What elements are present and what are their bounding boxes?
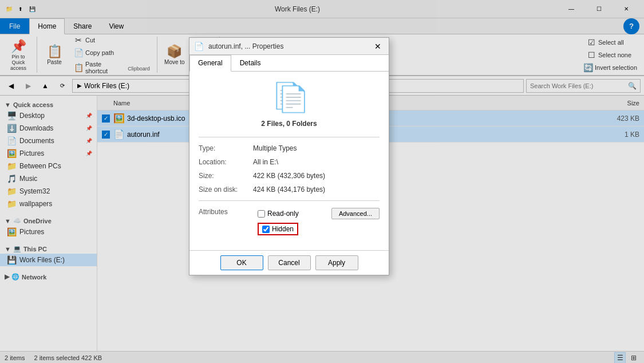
dialog-row-location: Location: All in E:\ xyxy=(199,158,380,166)
readonly-label: Read-only xyxy=(267,210,299,218)
cancel-button[interactable]: Cancel xyxy=(268,255,311,270)
dialog-tabs: General Details xyxy=(189,55,389,72)
dialog-divider-1 xyxy=(199,137,380,137)
location-value: All in E:\ xyxy=(253,158,278,166)
dialog-file-icon: 📄 📄 xyxy=(199,81,380,115)
front-file-icon: 📄 xyxy=(278,84,309,114)
dialog-tab-details[interactable]: Details xyxy=(231,55,270,71)
dialog-footer: OK Cancel Apply xyxy=(189,250,389,275)
size-label: Size: xyxy=(199,172,253,180)
dialog-close-button[interactable]: ✕ xyxy=(372,40,384,53)
hidden-label: Hidden xyxy=(272,225,294,233)
apply-button[interactable]: Apply xyxy=(315,255,358,270)
hidden-checkbox-wrap: Hidden xyxy=(258,223,298,235)
dialog-row-attributes: Attributes Read-only Advanced... Hidden xyxy=(199,208,380,235)
dialog-divider-2 xyxy=(199,200,380,201)
hidden-checkbox[interactable] xyxy=(262,226,270,233)
disk-value: 424 KB (434,176 bytes) xyxy=(253,186,325,194)
dialog-row-size: Size: 422 KB (432,306 bytes) xyxy=(199,172,380,180)
dialog-row-type: Type: Multiple Types xyxy=(199,144,380,152)
attributes-group: Read-only Advanced... Hidden xyxy=(258,208,380,235)
dialog-titlebar: 📄 autorun.inf, ... Properties ✕ xyxy=(189,38,389,55)
hidden-checkbox-row: Hidden xyxy=(258,223,380,235)
type-label: Type: xyxy=(199,144,253,152)
attrs-row: Read-only Advanced... xyxy=(258,208,380,219)
dialog-tab-general[interactable]: General xyxy=(189,55,231,72)
dialog-overlay: 📄 autorun.inf, ... Properties ✕ General … xyxy=(0,0,644,363)
stacked-file-icons: 📄 📄 xyxy=(272,81,306,115)
readonly-checkbox[interactable] xyxy=(258,210,265,218)
dialog-summary: 2 Files, 0 Folders xyxy=(199,120,380,128)
ok-button[interactable]: OK xyxy=(220,255,263,270)
readonly-checkbox-label[interactable]: Read-only xyxy=(258,210,299,218)
dialog-body: 📄 📄 2 Files, 0 Folders Type: Multiple Ty… xyxy=(189,72,389,250)
type-value: Multiple Types xyxy=(253,144,297,152)
disk-label: Size on disk: xyxy=(199,186,253,194)
dialog-row-disk: Size on disk: 424 KB (434,176 bytes) xyxy=(199,186,380,194)
properties-dialog: 📄 autorun.inf, ... Properties ✕ General … xyxy=(189,37,389,275)
advanced-button[interactable]: Advanced... xyxy=(331,208,380,219)
dialog-folder-icon: 📄 xyxy=(194,42,204,51)
location-label: Location: xyxy=(199,158,253,166)
size-value: 422 KB (432,306 bytes) xyxy=(253,172,325,180)
dialog-title: autorun.inf, ... Properties xyxy=(208,42,367,50)
attributes-label: Attributes xyxy=(199,208,253,216)
